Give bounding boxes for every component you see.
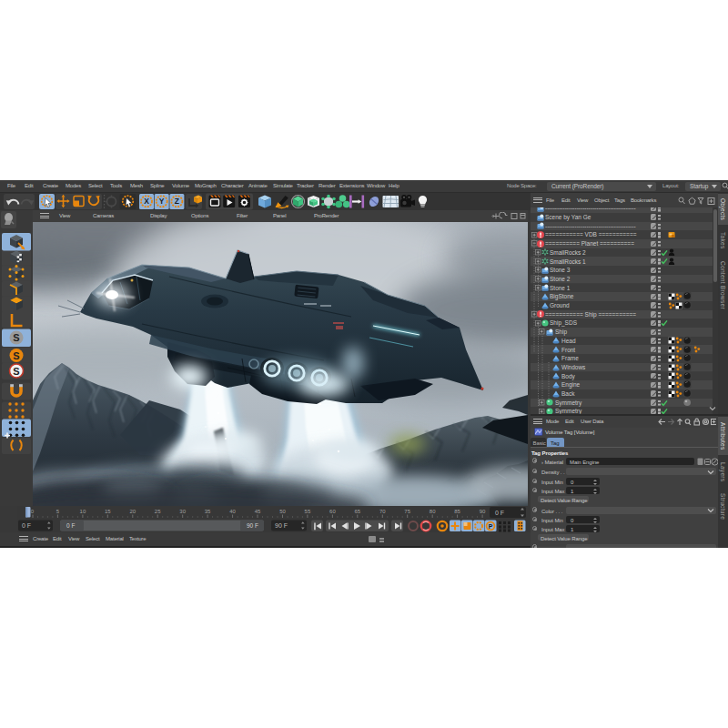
svg-text:35: 35 [205,509,211,514]
svg-text:S: S [13,350,19,361]
svg-text:50: 50 [279,509,286,514]
svg-text:45: 45 [255,509,261,514]
svg-text:0 F: 0 F [66,522,75,529]
svg-text:X: X [144,197,149,206]
svg-text:Z: Z [175,197,179,206]
svg-text:0 F: 0 F [495,510,504,516]
svg-text:90: 90 [480,509,486,514]
svg-text:65: 65 [354,509,360,514]
svg-text:90 F: 90 F [247,522,258,529]
svg-text:40: 40 [229,509,236,514]
svg-text:80: 80 [430,509,436,514]
svg-text:25: 25 [155,509,161,514]
svg-text:90 F: 90 F [275,522,288,529]
svg-text:P: P [489,523,493,530]
svg-text:S: S [13,332,19,343]
svg-text:70: 70 [379,509,386,514]
svg-text:85: 85 [454,509,460,514]
svg-text:S: S [13,366,19,377]
svg-text:Y: Y [159,197,165,206]
svg-text:10: 10 [80,509,86,514]
svg-text:75: 75 [404,509,410,514]
svg-text:0 F: 0 F [22,522,31,529]
svg-text:30: 30 [179,509,186,514]
svg-text:15: 15 [105,509,111,514]
svg-text:55: 55 [305,509,311,514]
svg-text:60: 60 [329,509,336,514]
svg-text:20: 20 [129,509,136,514]
